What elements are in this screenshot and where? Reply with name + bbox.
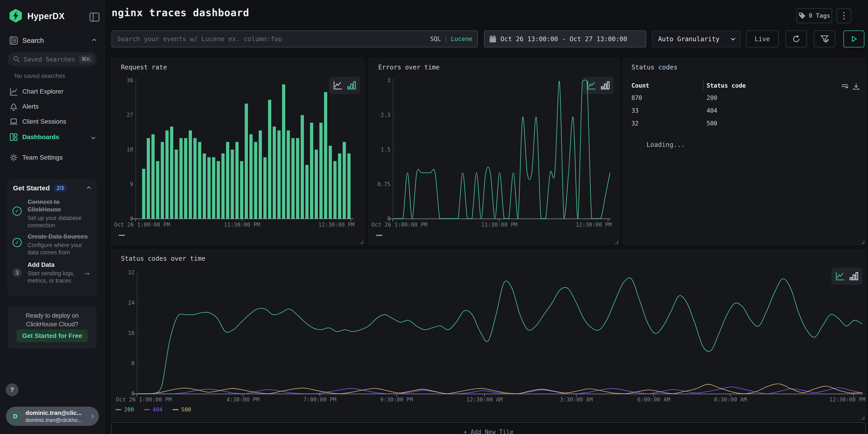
chevron-up-icon[interactable] xyxy=(87,186,91,190)
tile-status-codes: Status codes Count Status code 870 200 3… xyxy=(623,58,866,245)
gear-icon xyxy=(9,153,18,162)
lucene-toggle[interactable]: Lucene xyxy=(451,35,472,42)
get-started-step-sources[interactable]: ✓ Create Data Sources Configure where yo… xyxy=(12,233,92,256)
y-tick: 3 xyxy=(387,77,391,84)
refresh-icon xyxy=(792,35,801,43)
deploy-card: Ready to deploy on ClickHouse Cloud? Get… xyxy=(8,306,97,349)
chevron-up-icon[interactable] xyxy=(92,38,96,42)
tile-title: Request rate xyxy=(121,64,167,71)
legend-dash xyxy=(144,409,150,410)
column-header-count[interactable]: Count xyxy=(631,82,649,89)
get-started-progress-badge: 2/3 xyxy=(54,184,67,192)
refresh-button[interactable] xyxy=(785,31,807,48)
y-tick: 0.75 xyxy=(377,181,391,187)
saved-searches-input-wrap: ⌘K xyxy=(8,52,97,66)
run-query-button[interactable] xyxy=(843,31,864,48)
y-tick: 2.3 xyxy=(381,112,391,118)
request-rate-chart xyxy=(135,79,353,219)
chevron-down-icon xyxy=(731,36,735,40)
tile-resize-handle[interactable] xyxy=(861,241,864,244)
loading-text: Loading... xyxy=(646,141,685,149)
query-language-toggle[interactable]: SQL | Lucene xyxy=(430,35,472,42)
sql-toggle[interactable]: SQL xyxy=(430,35,441,42)
tile-title: Errors over time xyxy=(378,64,440,71)
get-started-step-add-data[interactable]: 3 Add Data Start sending logs, metrics, … xyxy=(12,261,92,284)
x-tick: 12:30:00 PM xyxy=(829,396,866,403)
tile-resize-handle[interactable] xyxy=(615,241,618,244)
play-icon xyxy=(850,35,858,43)
x-tick: 11:30:00 PM xyxy=(224,222,260,228)
table-cell[interactable]: 200 xyxy=(707,94,717,101)
help-button[interactable]: ? xyxy=(6,383,19,396)
chevron-down-icon[interactable] xyxy=(91,135,95,139)
legend-dash[interactable] xyxy=(376,235,382,236)
legend-item-200[interactable]: 200 xyxy=(116,406,134,413)
page-title: nginx traces dashboard xyxy=(112,7,249,19)
sidebar-item-client-sessions[interactable]: Client Sessions xyxy=(0,114,105,129)
deploy-text-line1: Ready to deploy on xyxy=(8,306,97,320)
granularity-select[interactable]: Auto Granularity xyxy=(652,31,741,48)
sidebar: HyperDX Search ⌘K No saved searches Char… xyxy=(0,0,105,434)
user-menu[interactable]: D dominic.tran@clic... dominic.tran@clic… xyxy=(6,407,99,426)
legend-item-500[interactable]: 500 xyxy=(173,406,191,413)
table-cell[interactable]: 500 xyxy=(707,120,717,127)
live-button[interactable]: Live xyxy=(746,31,779,48)
get-started-card: Get Started 2/3 ✓ Connect to ClickHouse … xyxy=(8,180,97,295)
y-tick: 32 xyxy=(128,269,134,276)
get-started-title: Get Started xyxy=(13,184,50,192)
add-new-tile-button[interactable]: + Add New Tile xyxy=(111,422,866,434)
date-range-picker[interactable]: Oct 26 13:00:00 - Oct 27 13:00:00 xyxy=(484,31,646,48)
bell-icon xyxy=(9,102,18,111)
sort-rows-icon[interactable] xyxy=(841,83,849,90)
sidebar-item-chart-explorer[interactable]: Chart Explorer xyxy=(0,84,105,99)
filter-button[interactable] xyxy=(814,31,835,48)
chevron-right-icon xyxy=(90,414,94,418)
table-cell[interactable]: 32 xyxy=(631,120,639,127)
app-root: HyperDX Search ⌘K No saved searches Char… xyxy=(0,0,868,434)
tile-resize-handle[interactable] xyxy=(360,241,363,244)
sidebar-item-search[interactable]: Search xyxy=(0,34,105,48)
x-tick: Oct 26 1:00:00 PM xyxy=(114,222,170,228)
deploy-text-line2: ClickHouse Cloud? xyxy=(8,320,97,329)
saved-searches-input[interactable] xyxy=(24,56,76,63)
sidebar-item-dashboards[interactable]: Dashboards xyxy=(0,130,105,144)
y-tick: 16 xyxy=(128,330,134,336)
sidebar-item-team-settings[interactable]: Team Settings xyxy=(0,150,105,165)
event-search-input[interactable] xyxy=(117,35,430,43)
table-cell[interactable]: 870 xyxy=(631,94,642,101)
x-tick: 12:30:00 AM xyxy=(467,396,503,403)
search-section-icon xyxy=(9,36,18,45)
x-tick: 8:30:00 AM xyxy=(714,396,747,403)
sidebar-collapse-icon[interactable] xyxy=(89,12,100,22)
y-tick: 9 xyxy=(130,181,133,187)
legend-dash[interactable] xyxy=(119,235,125,236)
legend-item-404[interactable]: 404 xyxy=(144,406,162,413)
x-tick: 6:00:00 AM xyxy=(637,396,670,403)
event-search-wrap: SQL | Lucene xyxy=(112,31,478,48)
table-cell[interactable]: 404 xyxy=(707,107,717,114)
tags-button[interactable]: 0 Tags xyxy=(797,8,832,23)
get-started-free-button[interactable]: Get Started for Free xyxy=(17,330,88,342)
column-header-status[interactable]: Status code xyxy=(707,82,746,89)
check-circle-icon: ✓ xyxy=(12,238,22,247)
tile-resize-handle[interactable] xyxy=(861,416,864,420)
status-codes-chart xyxy=(137,272,863,394)
brand-name: HyperDX xyxy=(27,11,65,21)
x-tick: 9:30:00 PM xyxy=(380,396,413,403)
y-tick: 24 xyxy=(128,300,134,306)
x-tick: 11:30:00 PM xyxy=(482,222,518,228)
table-cell[interactable]: 33 xyxy=(631,107,639,114)
get-started-step-connect[interactable]: ✓ Connect to ClickHouse Set up your data… xyxy=(12,198,92,229)
y-tick: 18 xyxy=(127,147,133,153)
column-divider[interactable] xyxy=(703,81,704,90)
tile-title: Status codes over time xyxy=(121,255,206,262)
chart-explorer-icon xyxy=(9,87,18,96)
y-tick: 27 xyxy=(127,112,133,118)
more-options-button[interactable] xyxy=(837,8,851,23)
user-email: dominic.tran@clickho... xyxy=(26,417,82,423)
sidebar-item-alerts[interactable]: Alerts xyxy=(0,99,105,114)
search-icon xyxy=(13,56,20,63)
download-icon[interactable] xyxy=(852,83,860,90)
arrow-right-icon: → xyxy=(83,268,91,277)
tile-status-codes-over-time: Status codes over time 32 24 16 8 0 Oct … xyxy=(111,250,866,421)
